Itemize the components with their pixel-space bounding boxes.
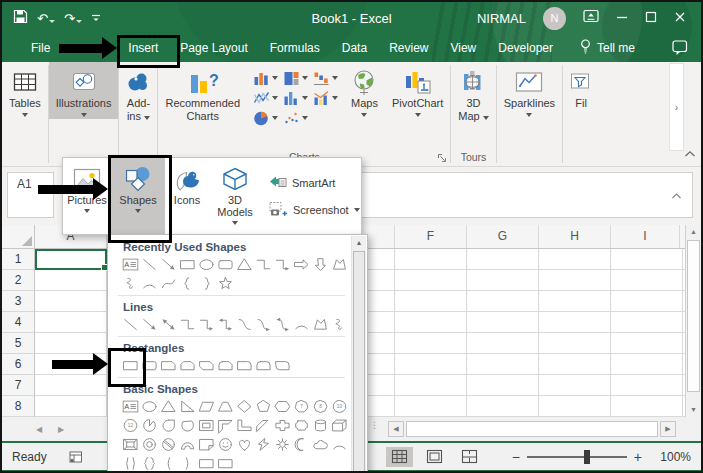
shape-elbow-arrow-connector[interactable] xyxy=(273,255,292,274)
shape-arc[interactable] xyxy=(140,274,159,293)
shape-star[interactable] xyxy=(216,274,235,293)
recommended-charts-button[interactable]: ? Recommended Charts xyxy=(158,62,247,125)
view-page-layout-icon[interactable] xyxy=(421,447,448,467)
shape-brace-right[interactable] xyxy=(197,274,216,293)
shape-oval[interactable] xyxy=(140,397,159,416)
shape-curved-arrow-connector[interactable] xyxy=(254,315,273,334)
bar-chart-button[interactable] xyxy=(283,89,308,107)
horizontal-scrollbar[interactable] xyxy=(406,421,658,437)
shape-cross[interactable] xyxy=(273,416,292,435)
scroll-left-icon[interactable]: ◀ xyxy=(388,421,404,437)
scroll-down-icon[interactable]: ▼ xyxy=(686,403,701,417)
shape-cube[interactable] xyxy=(330,416,349,435)
tab-developer[interactable]: Developer xyxy=(487,34,564,62)
shape-arc[interactable] xyxy=(330,435,349,454)
zoom-slider[interactable] xyxy=(527,456,627,458)
sheet-prev-icon[interactable]: ◀ xyxy=(36,425,42,434)
tell-me-box[interactable]: Tell me xyxy=(580,39,635,57)
3d-models-button[interactable]: 3D Models xyxy=(209,158,261,234)
shape-snip-diagonal-corners[interactable] xyxy=(197,356,216,375)
vertical-scrollbar[interactable]: ▲ ▼ xyxy=(685,225,701,417)
customize-quick-access-icon[interactable] xyxy=(91,9,101,27)
shape-donut[interactable] xyxy=(140,435,159,454)
shape-triangle[interactable] xyxy=(159,397,178,416)
zoom-slider-thumb[interactable] xyxy=(584,450,590,464)
shape-moon[interactable] xyxy=(292,435,311,454)
shape-cylinder[interactable] xyxy=(311,416,330,435)
dialog-launcher-icon[interactable] xyxy=(437,153,447,165)
shape-rounded-rectangle[interactable] xyxy=(216,255,235,274)
shape-line-double-arrow[interactable] xyxy=(159,315,178,334)
shape-right-bracket[interactable] xyxy=(178,454,197,473)
ribbon-display-options-icon[interactable] xyxy=(583,9,599,27)
shape-curved-double-arrow-connector[interactable] xyxy=(273,315,292,334)
formula-bar[interactable] xyxy=(358,172,693,218)
shape-lightning-bolt[interactable] xyxy=(254,435,273,454)
select-all-corner[interactable] xyxy=(2,225,35,248)
macro-record-icon[interactable] xyxy=(69,450,83,464)
shape-snip-single-corner[interactable] xyxy=(159,356,178,375)
shape-elbow-double-arrow-connector[interactable] xyxy=(216,315,235,334)
shape-trapezoid[interactable] xyxy=(216,397,235,416)
shape-line-arrow[interactable] xyxy=(140,315,159,334)
column-header-i[interactable]: I xyxy=(611,225,680,248)
shape-snip-round-single-corner[interactable] xyxy=(216,356,235,375)
name-box[interactable]: A1 xyxy=(7,172,54,218)
scroll-right-icon[interactable]: ▶ xyxy=(660,421,676,437)
shape-diagonal-stripe[interactable] xyxy=(254,416,273,435)
shape-double-bracket[interactable] xyxy=(121,454,140,473)
shape-arrow-right[interactable] xyxy=(292,255,311,274)
shape-rectangle[interactable] xyxy=(121,356,140,375)
splitter-dots[interactable]: ⋮ xyxy=(370,421,380,429)
illustrations-button[interactable]: Illustrations xyxy=(49,62,119,119)
shape-double-brace[interactable] xyxy=(140,454,159,473)
view-normal-icon[interactable] xyxy=(386,447,413,467)
shape-right-brace[interactable] xyxy=(216,454,235,473)
selected-cell-a1[interactable] xyxy=(35,249,107,270)
row-header-5[interactable]: 5 xyxy=(2,333,34,354)
flyout-scrollbar[interactable]: ▲ xyxy=(351,236,366,473)
row-header-3[interactable]: 3 xyxy=(2,291,34,312)
shape-round-same-side-corners[interactable] xyxy=(254,356,273,375)
column-chart-button[interactable] xyxy=(253,69,278,87)
filters-button[interactable]: Fil xyxy=(563,62,599,112)
view-page-break-icon[interactable] xyxy=(456,447,483,467)
shape-triangle[interactable] xyxy=(235,255,254,274)
shape-elbow-arrow-connector[interactable] xyxy=(197,315,216,334)
save-icon[interactable] xyxy=(13,9,28,28)
shape-text-box[interactable]: A xyxy=(121,397,140,416)
screenshot-button[interactable]: Screenshot xyxy=(269,201,360,219)
shape-sun[interactable] xyxy=(273,435,292,454)
shape-text-box[interactable]: A xyxy=(121,255,140,274)
shapes-button[interactable]: Shapes xyxy=(111,158,165,234)
shape-curved-connector[interactable] xyxy=(235,315,254,334)
shape-arrow-down[interactable] xyxy=(311,255,330,274)
shape-chord[interactable] xyxy=(178,416,197,435)
column-header-f[interactable]: F xyxy=(395,225,467,248)
column-header-h[interactable]: H xyxy=(539,225,611,248)
tab-file[interactable]: File xyxy=(20,34,61,62)
shape-oval[interactable] xyxy=(197,255,216,274)
shape-bevel[interactable] xyxy=(121,435,140,454)
shape-left-brace[interactable] xyxy=(197,454,216,473)
shape-elbow-connector[interactable] xyxy=(254,255,273,274)
shape-line[interactable] xyxy=(121,315,140,334)
shape-round-diagonal-corners[interactable] xyxy=(273,356,292,375)
shape-teardrop[interactable] xyxy=(159,416,178,435)
user-name[interactable]: NIRMAL xyxy=(477,11,526,26)
row-header-7[interactable]: 7 xyxy=(2,375,34,396)
column-header-g[interactable]: G xyxy=(467,225,539,248)
row-header-2[interactable]: 2 xyxy=(2,270,34,291)
shape-scribble[interactable] xyxy=(330,315,349,334)
shape-parallelogram[interactable] xyxy=(197,397,216,416)
shape-arc[interactable] xyxy=(292,315,311,334)
tab-view[interactable]: View xyxy=(439,34,487,62)
shape-elbow-connector[interactable] xyxy=(178,315,197,334)
shape-pentagon[interactable] xyxy=(254,397,273,416)
shape-curve[interactable] xyxy=(159,274,178,293)
smartart-button[interactable]: SmartArt xyxy=(269,174,360,192)
formula-bar-expand-icon[interactable] xyxy=(671,186,682,204)
shape-decagon[interactable]: 10 xyxy=(330,397,349,416)
close-button[interactable] xyxy=(674,9,686,27)
shape-half-frame[interactable] xyxy=(216,416,235,435)
